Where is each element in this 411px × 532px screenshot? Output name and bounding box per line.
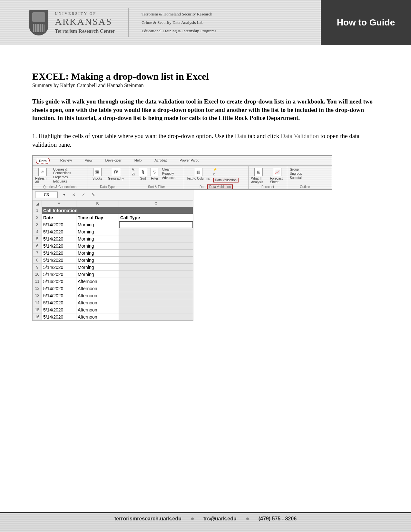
- dropdown-icon[interactable]: ▾: [61, 192, 67, 197]
- cell-time-of-day[interactable]: Morning: [76, 242, 119, 250]
- text-to-columns-button[interactable]: ▥ Text to Columns: [187, 168, 210, 180]
- row-header[interactable]: 10: [33, 271, 42, 278]
- col-header-a[interactable]: A: [42, 201, 76, 207]
- cell-call-type[interactable]: [119, 278, 193, 285]
- row-header[interactable]: 4: [33, 228, 42, 235]
- group-button[interactable]: Group: [290, 168, 302, 171]
- cell-date[interactable]: 5/14/2020: [42, 306, 76, 313]
- cell-date[interactable]: 5/14/2020: [42, 257, 76, 264]
- cell-time-of-day[interactable]: Morning: [76, 221, 119, 228]
- cell-date[interactable]: 5/14/2020: [42, 292, 76, 299]
- advanced-button[interactable]: Advanced: [162, 176, 176, 180]
- tab-developer[interactable]: Developer: [103, 158, 124, 164]
- cell-time-of-day[interactable]: Afternoon: [76, 278, 119, 285]
- header-time-of-day[interactable]: Time of Day: [76, 214, 119, 221]
- cell-date[interactable]: 5/14/2020: [42, 235, 76, 242]
- sort-button[interactable]: ⇅ Sort: [139, 168, 147, 180]
- row-header[interactable]: 1: [33, 207, 42, 214]
- data-validation-button[interactable]: Data Validation: [213, 178, 239, 182]
- header-call-type[interactable]: Call Type: [119, 214, 193, 221]
- cell-time-of-day[interactable]: Afternoon: [76, 299, 119, 306]
- cell-date[interactable]: 5/14/2020: [42, 299, 76, 306]
- select-all-corner[interactable]: ◢: [33, 201, 42, 207]
- cell-date[interactable]: 5/14/2020: [42, 242, 76, 250]
- row-header[interactable]: 6: [33, 242, 42, 250]
- cell-time-of-day[interactable]: Afternoon: [76, 313, 119, 320]
- geography-button[interactable]: 🗺 Geography: [108, 168, 124, 180]
- clear-button[interactable]: Clear: [162, 168, 176, 171]
- cell-call-type[interactable]: [119, 292, 193, 299]
- row-header[interactable]: 16: [33, 313, 42, 320]
- cell-time-of-day[interactable]: Morning: [76, 250, 119, 257]
- cell-time-of-day[interactable]: Morning: [76, 235, 119, 242]
- cell-time-of-day[interactable]: Afternoon: [76, 292, 119, 299]
- reapply-button[interactable]: Reapply: [162, 172, 176, 175]
- cell-date[interactable]: 5/14/2020: [42, 264, 76, 271]
- cell-date[interactable]: 5/14/2020: [42, 228, 76, 235]
- row-header[interactable]: 14: [33, 299, 42, 306]
- row-header[interactable]: 13: [33, 292, 42, 299]
- col-header-b[interactable]: B: [76, 201, 119, 207]
- sort-asc-icon[interactable]: A↓: [132, 168, 136, 171]
- row-header[interactable]: 11: [33, 278, 42, 285]
- cell-date[interactable]: 5/14/2020: [42, 250, 76, 257]
- enter-icon[interactable]: ✓: [80, 192, 87, 197]
- row-header[interactable]: 12: [33, 285, 42, 292]
- cell-time-of-day[interactable]: Morning: [76, 257, 119, 264]
- tab-help[interactable]: Help: [132, 158, 144, 164]
- flash-fill-icon[interactable]: ⚡: [213, 168, 239, 171]
- cell-time-of-day[interactable]: Afternoon: [76, 306, 119, 313]
- tab-review[interactable]: Review: [58, 158, 74, 164]
- cell-date[interactable]: 5/14/2020: [42, 313, 76, 320]
- cell-date[interactable]: 5/14/2020: [42, 271, 76, 278]
- cell-date[interactable]: 5/14/2020: [42, 278, 76, 285]
- row-header[interactable]: 5: [33, 235, 42, 242]
- cell-call-type[interactable]: [119, 313, 193, 320]
- fx-icon[interactable]: fx: [90, 192, 96, 197]
- what-if-button[interactable]: ⊞ What-If Analysis: [251, 168, 266, 184]
- header-date[interactable]: Date: [42, 214, 76, 221]
- cell-date[interactable]: 5/14/2020: [42, 221, 76, 228]
- cell-time-of-day[interactable]: Morning: [76, 271, 119, 278]
- tab-power-pivot[interactable]: Power Pivot: [177, 158, 201, 164]
- row-header[interactable]: 3: [33, 221, 42, 228]
- edit-links-button[interactable]: Edit Links: [53, 180, 84, 183]
- refresh-all-button[interactable]: ⟳ Refresh All: [35, 168, 50, 184]
- tab-acrobat[interactable]: Acrobat: [152, 158, 169, 164]
- cancel-icon[interactable]: ✕: [71, 192, 77, 197]
- queries-connections-button[interactable]: Queries & Connections: [53, 168, 84, 175]
- cell-call-type[interactable]: [119, 306, 193, 313]
- subtotal-button[interactable]: Subtotal: [290, 176, 302, 180]
- cell-time-of-day[interactable]: Afternoon: [76, 285, 119, 292]
- cell-call-type[interactable]: [119, 228, 193, 235]
- filter-button[interactable]: ▽ Filter: [151, 168, 159, 180]
- cell-call-type[interactable]: [119, 264, 193, 271]
- row-header[interactable]: 2: [33, 214, 42, 221]
- stocks-button[interactable]: 🏛 Stocks: [93, 168, 102, 180]
- cell-call-type[interactable]: [119, 257, 193, 264]
- cell-call-type[interactable]: [119, 271, 193, 278]
- name-box[interactable]: C3: [35, 192, 58, 198]
- cell-call-type[interactable]: [119, 250, 193, 257]
- cell-time-of-day[interactable]: Morning: [76, 228, 119, 235]
- cell-date[interactable]: 5/14/2020: [42, 285, 76, 292]
- remove-duplicates-icon[interactable]: ⧉: [213, 172, 239, 176]
- row-header[interactable]: 9: [33, 264, 42, 271]
- forecast-sheet-button[interactable]: 📈 Forecast Sheet: [270, 168, 284, 184]
- tab-data[interactable]: Data: [36, 158, 50, 164]
- sort-desc-icon[interactable]: Z↓: [132, 172, 136, 176]
- properties-button[interactable]: Properties: [53, 175, 84, 179]
- col-header-c[interactable]: C: [119, 201, 193, 207]
- row-header[interactable]: 7: [33, 250, 42, 257]
- cell-call-type[interactable]: [119, 299, 193, 306]
- merged-title[interactable]: Call Information: [42, 207, 193, 214]
- cell-call-type[interactable]: [119, 242, 193, 250]
- cell-call-type[interactable]: [119, 235, 193, 242]
- cell-call-type[interactable]: [119, 285, 193, 292]
- ungroup-button[interactable]: Ungroup: [290, 172, 302, 175]
- cell-call-type[interactable]: [119, 221, 193, 228]
- row-header[interactable]: 8: [33, 257, 42, 264]
- cell-time-of-day[interactable]: Morning: [76, 264, 119, 271]
- tab-view[interactable]: View: [82, 158, 95, 164]
- row-header[interactable]: 15: [33, 306, 42, 313]
